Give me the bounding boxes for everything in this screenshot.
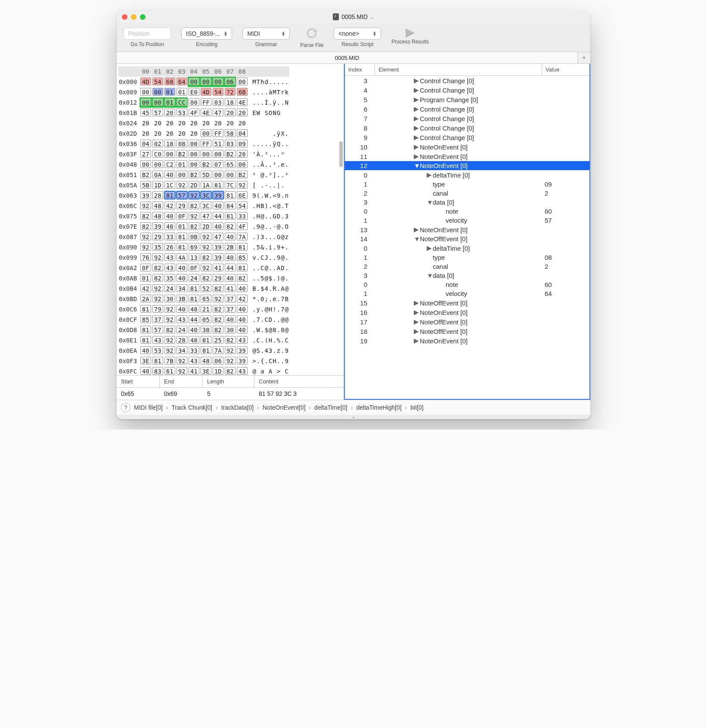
hex-byte[interactable]: 68 — [164, 77, 176, 87]
hex-byte[interactable]: 57 — [152, 108, 164, 118]
hex-byte[interactable]: 20 — [164, 108, 176, 118]
hex-byte[interactable]: 48 — [152, 201, 164, 211]
hex-byte[interactable]: 13 — [188, 252, 200, 263]
hex-byte[interactable]: 82 — [212, 314, 224, 325]
hex-byte[interactable]: 40 — [236, 314, 248, 325]
hex-byte[interactable]: 00 — [236, 77, 248, 87]
hex-byte[interactable]: 54 — [212, 87, 224, 97]
hex-byte[interactable]: 41 — [188, 366, 200, 375]
hex-byte[interactable]: 06 — [212, 356, 224, 366]
hex-byte[interactable]: 4E — [236, 97, 248, 108]
hex-byte[interactable]: 47 — [200, 211, 212, 221]
hex-byte[interactable]: 81 — [176, 242, 188, 252]
hex-byte[interactable]: 92 — [236, 180, 248, 190]
hex-byte[interactable]: 44 — [212, 211, 224, 221]
tree-row[interactable]: 14▼NoteOffEvent [0] — [345, 234, 589, 243]
hex-byte[interactable]: 82 — [224, 335, 236, 345]
tree-row[interactable]: 11▶NoteOnEvent [0] — [345, 152, 589, 161]
hex-byte[interactable]: 65 — [200, 294, 212, 304]
hex-byte[interactable]: 92 — [176, 356, 188, 366]
hex-byte[interactable]: 3C — [200, 190, 212, 201]
hex-byte[interactable]: E0 — [188, 87, 200, 97]
hex-byte[interactable]: 81 — [188, 283, 200, 294]
tree-row[interactable]: 1velocity64 — [345, 289, 589, 298]
hex-byte[interactable]: 65 — [224, 159, 236, 170]
hex-byte[interactable]: 40 — [164, 170, 176, 180]
hex-byte[interactable]: 1C — [164, 180, 176, 190]
disclosure-icon[interactable]: ▶ — [414, 96, 418, 103]
hex-byte[interactable]: 6E — [236, 190, 248, 201]
tab-add-button[interactable]: + — [577, 52, 590, 63]
tree-row[interactable]: 12▼NoteOnEvent [0] — [345, 161, 589, 170]
hex-byte[interactable]: 64 — [176, 77, 188, 87]
hex-byte[interactable]: 76 — [140, 252, 152, 263]
tree-row[interactable]: 0note60 — [345, 280, 589, 289]
hex-byte[interactable]: 0F — [188, 263, 200, 273]
hex-byte[interactable]: 00 — [200, 77, 212, 87]
hex-byte[interactable]: 00 — [188, 97, 200, 108]
hex-byte[interactable]: 48 — [152, 211, 164, 221]
tree-row[interactable]: 2canal2 — [345, 189, 589, 198]
hex-byte[interactable]: 20 — [236, 118, 248, 128]
hex-byte[interactable]: 24 — [176, 325, 188, 335]
disclosure-icon[interactable]: ▶ — [414, 143, 418, 151]
disclosure-icon[interactable]: ▶ — [414, 134, 418, 141]
hex-byte[interactable]: 42 — [164, 201, 176, 211]
disclosure-icon[interactable]: ▶ — [414, 318, 418, 326]
hex-byte[interactable]: 40 — [212, 221, 224, 232]
tree-row[interactable]: 16▶NoteOnEvent [0] — [345, 308, 589, 317]
hex-byte[interactable]: B2 — [236, 170, 248, 180]
hex-byte[interactable]: 20 — [140, 128, 152, 139]
hex-byte[interactable]: 82 — [164, 325, 176, 335]
results-script-select[interactable]: <none> ▲▼ — [334, 28, 381, 40]
hex-byte[interactable]: 43 — [236, 366, 248, 375]
disclosure-icon[interactable]: ▶ — [414, 124, 418, 132]
hex-byte[interactable]: 5B — [140, 180, 152, 190]
hex-byte[interactable]: B2 — [176, 149, 188, 159]
hex-byte[interactable]: 82 — [224, 366, 236, 375]
hex-byte[interactable]: 33 — [236, 211, 248, 221]
disclosure-icon[interactable]: ▶ — [414, 152, 418, 160]
hex-byte[interactable]: 43 — [236, 335, 248, 345]
hex-byte[interactable]: 01 — [176, 87, 188, 97]
hex-byte[interactable]: 00 — [188, 77, 200, 87]
hex-byte[interactable]: 34 — [176, 283, 188, 294]
tab-file[interactable]: 0005.MID — [117, 52, 577, 63]
hex-byte[interactable]: 00 — [140, 159, 152, 170]
hex-byte[interactable]: 40 — [224, 252, 236, 263]
hex-byte[interactable]: 00 — [188, 139, 200, 149]
hex-byte[interactable]: 40 — [140, 366, 152, 375]
hex-byte[interactable]: 81 — [224, 211, 236, 221]
hex-byte[interactable]: 92 — [152, 252, 164, 263]
hex-byte[interactable]: 40 — [224, 232, 236, 242]
hex-byte[interactable]: 20 — [200, 118, 212, 128]
disclosure-icon[interactable]: ▶ — [414, 115, 418, 122]
hex-byte[interactable]: 00 — [212, 77, 224, 87]
position-input[interactable]: Position — [124, 28, 171, 40]
hex-byte[interactable]: 92 — [176, 180, 188, 190]
breadcrumb[interactable]: deltaTimeHigh[0] — [356, 404, 401, 411]
hex-byte[interactable]: 28 — [176, 335, 188, 345]
hex-byte[interactable]: 00 — [152, 159, 164, 170]
hex-byte[interactable]: 39 — [236, 356, 248, 366]
hex-byte[interactable]: 72 — [224, 87, 236, 97]
hex-byte[interactable]: 40 — [176, 273, 188, 283]
breadcrumb[interactable]: trackData[0] — [221, 404, 254, 411]
disclosure-icon[interactable]: ▼ — [414, 235, 418, 243]
hex-byte[interactable]: 40 — [212, 201, 224, 211]
hex-byte[interactable]: 81 — [140, 325, 152, 335]
tree-row[interactable]: 8▶Control Change [0] — [345, 123, 589, 133]
hex-byte[interactable]: 82 — [200, 273, 212, 283]
hex-byte[interactable]: 92 — [164, 314, 176, 325]
hex-byte[interactable]: 29 — [152, 232, 164, 242]
hex-byte[interactable]: 92 — [188, 211, 200, 221]
hex-byte[interactable]: 92 — [152, 294, 164, 304]
hex-byte[interactable]: 81 — [164, 190, 176, 201]
tree-row[interactable]: 9▶Control Change [0] — [345, 133, 589, 142]
hex-byte[interactable]: 20 — [224, 108, 236, 118]
hex-byte[interactable]: 06 — [224, 77, 236, 87]
hex-byte[interactable]: 92 — [140, 232, 152, 242]
hex-byte[interactable]: 47 — [212, 108, 224, 118]
hex-byte[interactable]: 40 — [236, 325, 248, 335]
hex-byte[interactable]: 92 — [164, 345, 176, 356]
